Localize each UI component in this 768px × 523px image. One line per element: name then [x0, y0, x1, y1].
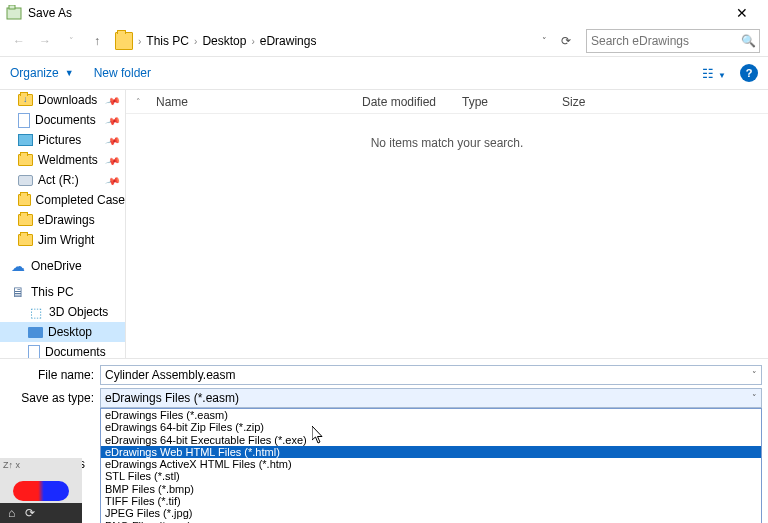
empty-message: No items match your search. — [126, 114, 768, 358]
chevron-down-icon[interactable]: ˅ — [752, 370, 757, 380]
tree-label: This PC — [31, 285, 74, 299]
help-button[interactable]: ? — [740, 64, 758, 82]
filetype-option[interactable]: TIFF Files (*.tif) — [101, 495, 761, 507]
tree-downloads[interactable]: Downloads📌 — [0, 90, 125, 110]
pictures-icon — [18, 134, 33, 146]
tree-edrawings[interactable]: eDrawings — [0, 210, 125, 230]
tree-label: Weldments — [38, 153, 98, 167]
pin-icon: 📌 — [105, 132, 121, 148]
search-icon: 🔍 — [741, 34, 756, 48]
pin-icon: 📌 — [105, 152, 121, 168]
tree-onedrive[interactable]: ☁OneDrive — [0, 256, 125, 276]
filetype-option[interactable]: eDrawings Web HTML Files (*.html) — [101, 446, 761, 458]
pin-icon: 📌 — [105, 172, 121, 188]
documents-icon — [28, 345, 40, 359]
filetype-option[interactable]: BMP Files (*.bmp) — [101, 483, 761, 495]
tree-label: Completed Case — [36, 193, 125, 207]
axis-label: Z↑ x — [3, 460, 20, 470]
back-button[interactable]: ← — [8, 30, 30, 52]
savetype-value: eDrawings Files (*.easm) — [105, 391, 239, 405]
chevron-right-icon: › — [194, 36, 197, 47]
folder-icon — [115, 32, 133, 50]
organize-menu[interactable]: Organize — [10, 66, 59, 80]
chevron-right-icon: › — [138, 36, 141, 47]
refresh-button[interactable]: ⟳ — [555, 34, 577, 48]
filetype-option[interactable]: eDrawings Files (*.easm) — [101, 409, 761, 421]
new-folder-button[interactable]: New folder — [94, 66, 151, 80]
tree-label: Desktop — [48, 325, 92, 339]
folder-icon — [18, 154, 33, 166]
folder-icon — [18, 234, 33, 246]
view-options-button[interactable]: ☷ ▼ — [702, 66, 726, 81]
forward-button[interactable]: → — [34, 30, 56, 52]
recent-dropdown[interactable]: ˅ — [60, 30, 82, 52]
folder-icon — [18, 194, 31, 206]
documents-icon — [18, 113, 30, 128]
pin-icon: 📌 — [105, 112, 121, 128]
filetype-option[interactable]: JPEG Files (*.jpg) — [101, 507, 761, 519]
onedrive-icon: ☁ — [10, 258, 26, 274]
refresh-icon[interactable]: ⟳ — [25, 506, 35, 520]
tree-label: Documents — [45, 345, 106, 358]
chevron-right-icon: › — [251, 36, 254, 47]
savetype-combo[interactable]: eDrawings Files (*.easm) ˅ — [100, 388, 762, 408]
home-icon[interactable]: ⌂ — [8, 506, 15, 520]
search-box[interactable]: 🔍 — [586, 29, 760, 53]
close-button[interactable]: ✕ — [722, 5, 762, 21]
pc-icon: 🖥 — [10, 284, 26, 300]
breadcrumb-edrawings[interactable]: eDrawings — [258, 32, 319, 50]
tree-label: OneDrive — [31, 259, 82, 273]
tree-label: Jim Wright — [38, 233, 94, 247]
column-date[interactable]: Date modified — [356, 95, 456, 109]
collapse-icon[interactable]: ˄ — [126, 97, 150, 107]
svg-rect-0 — [7, 8, 21, 19]
cube-icon: ⬚ — [28, 304, 44, 320]
tree-label: Downloads — [38, 93, 97, 107]
tree-act[interactable]: Act (R:)📌 — [0, 170, 125, 190]
address-bar[interactable]: › This PC › Desktop › eDrawings ˅ ⟳ — [112, 29, 578, 53]
tree-documents[interactable]: Documents📌 — [0, 110, 125, 130]
savetype-dropdown[interactable]: eDrawings Files (*.easm)eDrawings 64-bit… — [100, 408, 762, 523]
downloads-icon — [18, 94, 33, 106]
filetype-option[interactable]: STL Files (*.stl) — [101, 470, 761, 482]
tree-documents2[interactable]: Documents — [0, 342, 125, 358]
tree-pictures[interactable]: Pictures📌 — [0, 130, 125, 150]
search-input[interactable] — [591, 34, 741, 48]
column-size[interactable]: Size — [556, 95, 656, 109]
tree-label: Documents — [35, 113, 96, 127]
breadcrumb-thispc[interactable]: This PC — [144, 32, 191, 50]
tree-weldments[interactable]: Weldments📌 — [0, 150, 125, 170]
tree-desktop[interactable]: Desktop — [0, 322, 125, 342]
pin-icon: 📌 — [105, 92, 121, 108]
tree-label: Act (R:) — [38, 173, 79, 187]
svg-rect-1 — [9, 5, 15, 9]
filename-value: Cylinder Assembly.easm — [105, 368, 236, 382]
filetype-option[interactable]: eDrawings ActiveX HTML Files (*.htm) — [101, 458, 761, 470]
address-dropdown[interactable]: ˅ — [533, 36, 555, 46]
tree-completed[interactable]: Completed Case — [0, 190, 125, 210]
filename-label: File name: — [6, 368, 100, 382]
tree-label: Pictures — [38, 133, 81, 147]
drive-icon — [18, 175, 33, 186]
filename-combo[interactable]: Cylinder Assembly.easm ˅ — [100, 365, 762, 385]
tree-jim[interactable]: Jim Wright — [0, 230, 125, 250]
desktop-icon — [28, 327, 43, 338]
tree-label: eDrawings — [38, 213, 95, 227]
savetype-label: Save as type: — [6, 391, 100, 405]
tree-thispc[interactable]: 🖥This PC — [0, 282, 125, 302]
window-title: Save As — [28, 6, 722, 20]
up-button[interactable]: ↑ — [86, 30, 108, 52]
tree-label: 3D Objects — [49, 305, 108, 319]
navigation-tree: Downloads📌 Documents📌 Pictures📌 Weldment… — [0, 90, 126, 358]
filetype-option[interactable]: eDrawings 64-bit Executable Files (*.exe… — [101, 434, 761, 446]
folder-icon — [18, 214, 33, 226]
viewer-toolbar: ⌂ ⟳ — [0, 503, 82, 523]
chevron-down-icon[interactable]: ˅ — [752, 393, 757, 403]
organize-dropdown-icon[interactable]: ▼ — [65, 68, 74, 78]
tree-3dobjects[interactable]: ⬚3D Objects — [0, 302, 125, 322]
column-type[interactable]: Type — [456, 95, 556, 109]
app-icon — [6, 5, 22, 21]
breadcrumb-desktop[interactable]: Desktop — [200, 32, 248, 50]
filetype-option[interactable]: eDrawings 64-bit Zip Files (*.zip) — [101, 421, 761, 433]
column-name[interactable]: Name — [150, 95, 356, 109]
